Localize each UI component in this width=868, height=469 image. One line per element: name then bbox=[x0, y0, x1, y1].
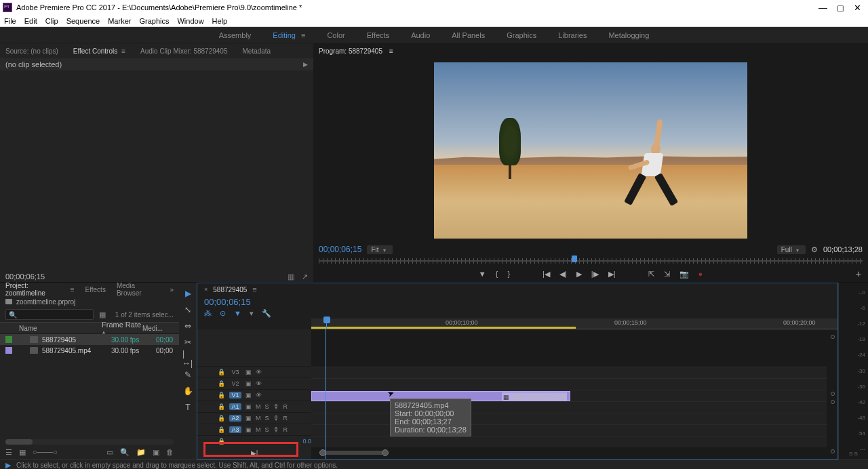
workspace-libraries[interactable]: Libraries bbox=[558, 31, 587, 39]
project-item-sequence[interactable]: 588729405 30.00 fps 00;00 bbox=[0, 334, 179, 345]
menu-edit[interactable]: Edit bbox=[24, 17, 37, 25]
menu-sequence[interactable]: Sequence bbox=[66, 17, 100, 25]
razor-tool[interactable]: ✂ bbox=[182, 337, 193, 348]
lock-icon[interactable]: 🔒 bbox=[218, 369, 225, 375]
goto-end-icon[interactable]: ▶| bbox=[251, 449, 258, 457]
workspace-allpanels[interactable]: All Panels bbox=[452, 31, 485, 39]
automate-icon[interactable]: ▭ bbox=[106, 448, 113, 457]
col-media[interactable]: Medi... bbox=[142, 325, 163, 332]
track-header-a2[interactable]: 🔒A2▣MS🎙R bbox=[197, 412, 311, 424]
button-editor-icon[interactable]: + bbox=[856, 268, 861, 279]
tab-metadata[interactable]: Metadata bbox=[242, 47, 271, 55]
track-header-a3[interactable]: 🔒A3▣MS🎙R bbox=[197, 424, 311, 435]
program-tab[interactable]: Program: 588729405 bbox=[319, 47, 382, 55]
timeline-tracks[interactable]: ▦ 588729405.mp4 588729405.mp4 Start: 00;… bbox=[311, 329, 827, 459]
slip-tool[interactable]: |↔| bbox=[182, 353, 193, 364]
project-item-clip[interactable]: 588729405.mp4 30.00 fps 00;00 bbox=[0, 345, 179, 356]
workspace-audio[interactable]: Audio bbox=[411, 31, 430, 39]
type-tool[interactable]: T bbox=[182, 402, 193, 413]
track-header-v2[interactable]: 🔒V2▣👁 bbox=[197, 378, 311, 389]
lock-icon[interactable]: 🔒 bbox=[218, 415, 225, 422]
new-item-icon[interactable]: ▣ bbox=[153, 448, 159, 457]
overflow-icon[interactable]: » bbox=[170, 286, 174, 293]
ripple-edit-tool[interactable]: ⇔ bbox=[182, 321, 193, 331]
snap-icon[interactable]: ⁂ bbox=[204, 309, 212, 318]
record-icon[interactable]: ● bbox=[698, 270, 703, 278]
lock-icon[interactable]: 🔒 bbox=[218, 403, 225, 410]
timeline-ruler[interactable]: 00;00;10;0000;00;15;0000;00;20;00 bbox=[311, 319, 837, 329]
icon-view-icon[interactable]: ▦ bbox=[19, 448, 26, 457]
list-view-icon[interactable]: ☰ bbox=[5, 448, 12, 457]
panel-menu-icon[interactable]: ≡ bbox=[121, 47, 125, 55]
tab-project[interactable]: Project: zoomtimeline bbox=[5, 282, 66, 297]
program-panel-menu-icon[interactable]: ≡ bbox=[389, 47, 393, 55]
add-marker-icon[interactable]: ▼ bbox=[479, 270, 486, 278]
menu-graphics[interactable]: Graphics bbox=[139, 17, 169, 25]
lock-icon[interactable]: 🔒 bbox=[218, 380, 225, 387]
find-icon[interactable]: 🔍 bbox=[120, 448, 130, 457]
collapse-icon[interactable]: ▶ bbox=[303, 61, 308, 68]
track-header-v1[interactable]: 🔒V1▣👁 bbox=[197, 389, 311, 401]
marker-add-icon[interactable]: ▼ bbox=[234, 309, 241, 317]
program-scrubber[interactable] bbox=[319, 256, 863, 266]
lock-icon[interactable]: 🔒 bbox=[218, 438, 225, 445]
track-header-master[interactable]: 🔒0.0 bbox=[197, 435, 311, 447]
tab-effect-controls[interactable]: Effect Controls bbox=[73, 47, 117, 55]
wrench-icon[interactable]: 🔧 bbox=[262, 309, 271, 318]
tab-source[interactable]: Source: (no clips) bbox=[5, 47, 58, 55]
maximize-button[interactable]: ◻ bbox=[837, 3, 844, 13]
lock-icon[interactable]: 🔒 bbox=[218, 392, 225, 399]
col-name[interactable]: Name bbox=[0, 325, 102, 332]
workspace-assembly[interactable]: Assembly bbox=[219, 31, 252, 39]
menu-window[interactable]: Window bbox=[177, 17, 203, 25]
search-input[interactable]: 🔍 bbox=[5, 309, 94, 320]
play-icon[interactable]: ▶ bbox=[576, 270, 582, 279]
tab-effects[interactable]: Effects bbox=[85, 286, 106, 293]
new-bin-icon[interactable]: 📁 bbox=[136, 448, 146, 457]
track-header-a1[interactable]: 🔒A1▣MS🎙R bbox=[197, 401, 311, 412]
project-hscroll[interactable] bbox=[5, 439, 174, 445]
timeline-zoom-scrollbar[interactable] bbox=[315, 449, 823, 456]
workspace-effects[interactable]: Effects bbox=[367, 31, 389, 39]
pen-tool[interactable]: ✎ bbox=[182, 369, 193, 380]
step-forward-icon[interactable]: |▶ bbox=[591, 270, 599, 279]
menu-clip[interactable]: Clip bbox=[45, 17, 58, 25]
timeline-panel-menu-icon[interactable]: ≡ bbox=[252, 285, 256, 293]
selection-tool[interactable]: ▶ bbox=[182, 288, 193, 299]
tab-media-browser[interactable]: Media Browser bbox=[117, 282, 159, 297]
minimize-button[interactable]: — bbox=[818, 3, 827, 13]
toggle-icon-1[interactable]: ▥ bbox=[288, 272, 294, 281]
program-video[interactable] bbox=[434, 62, 747, 239]
workspace-menu-icon[interactable]: ≡ bbox=[301, 31, 305, 39]
zoom-slider[interactable]: ○───○ bbox=[33, 448, 58, 456]
filter-icon[interactable]: ▦ bbox=[99, 310, 106, 319]
linked-selection-icon[interactable]: ⊙ bbox=[220, 309, 226, 318]
sync-lock-icon[interactable] bbox=[831, 335, 835, 339]
project-panel-menu-icon[interactable]: ≡ bbox=[71, 286, 75, 293]
toggle-icon-2[interactable]: ↗ bbox=[302, 272, 308, 281]
delete-icon[interactable]: 🗑 bbox=[166, 448, 174, 457]
track-select-tool[interactable]: ⤡ bbox=[182, 304, 193, 315]
lock-icon[interactable]: 🔒 bbox=[218, 426, 225, 433]
program-timecode[interactable]: 00;00;06;15 bbox=[319, 245, 361, 254]
zoom-fit-dropdown[interactable]: Fit bbox=[367, 245, 392, 254]
zoom-handle-right[interactable] bbox=[382, 449, 389, 456]
project-columns[interactable]: Name Frame Rate ∧ Medi... bbox=[0, 322, 179, 334]
timeline-timecode[interactable]: 00;00;06;15 bbox=[204, 297, 251, 307]
step-back-icon[interactable]: ◀| bbox=[559, 270, 567, 279]
extract-icon[interactable]: ⇲ bbox=[664, 270, 670, 279]
workspace-metalogging[interactable]: Metalogging bbox=[608, 31, 649, 39]
mark-out-icon[interactable]: } bbox=[507, 270, 510, 278]
mark-in-icon[interactable]: { bbox=[496, 270, 498, 278]
close-button[interactable]: ✕ bbox=[854, 3, 861, 13]
timeline-settings-icon[interactable]: ▾ bbox=[250, 309, 254, 318]
goto-in-icon[interactable]: |◀ bbox=[542, 270, 550, 279]
menu-help[interactable]: Help bbox=[212, 17, 228, 25]
settings-icon[interactable]: ⚙ bbox=[811, 245, 818, 254]
lift-icon[interactable]: ⇱ bbox=[648, 270, 654, 279]
hand-tool[interactable]: ✋ bbox=[182, 386, 193, 396]
sequence-tab[interactable]: 588729405 bbox=[213, 286, 247, 293]
menu-file[interactable]: File bbox=[4, 17, 16, 25]
track-header-v3[interactable]: 🔒V3▣👁 bbox=[197, 366, 311, 378]
workspace-editing[interactable]: Editing bbox=[273, 31, 296, 39]
